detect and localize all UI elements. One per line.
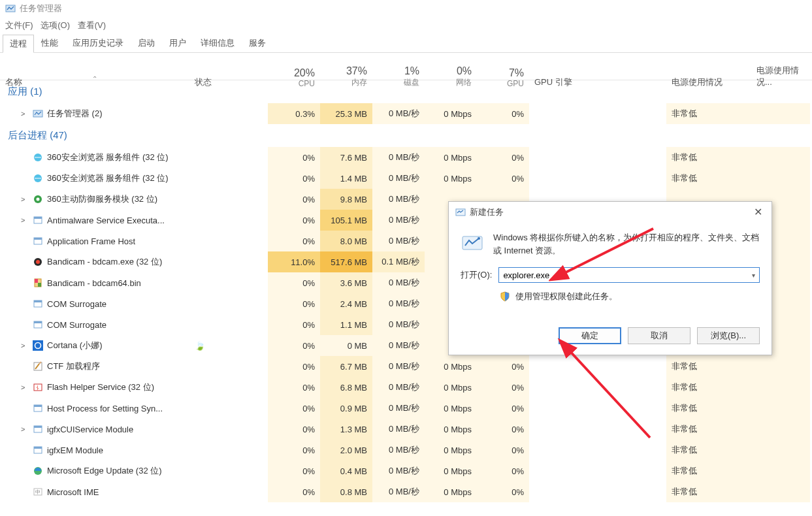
- cpu-cell: 0%: [268, 168, 320, 189]
- col-power-trend[interactable]: 电源使用情况...: [751, 53, 810, 88]
- process-icon: [33, 340, 43, 351]
- process-row[interactable]: igfxEM Module0%2.0 MB0 MB/秒0 Mbps0%非常低: [0, 440, 812, 460]
- col-status[interactable]: 状态: [189, 76, 268, 88]
- status-cell: 🍃: [189, 335, 268, 356]
- disk-cell: 0 MB/秒: [372, 147, 425, 168]
- memory-cell: 2.4 MB: [320, 293, 372, 314]
- cpu-cell: 0%: [268, 210, 320, 231]
- cpu-cell: 0%: [268, 398, 320, 419]
- disk-cell: 0.1 MB/秒: [372, 251, 425, 272]
- tab-6[interactable]: 服务: [242, 34, 273, 52]
- process-row[interactable]: 中Microsoft IME0%0.8 MB0 MB/秒0 Mbps0%非常低: [0, 481, 812, 502]
- gpu-cell: 0%: [477, 460, 529, 481]
- col-gpu-engine[interactable]: GPU 引擎: [529, 65, 666, 88]
- power-trend-cell: [751, 103, 810, 124]
- gpu-cell: 0%: [477, 147, 529, 168]
- cpu-cell: 0%: [268, 272, 320, 293]
- power-trend-cell: [751, 168, 810, 189]
- tab-4[interactable]: 用户: [162, 34, 193, 52]
- group-background[interactable]: 后台进程 (47): [0, 124, 812, 147]
- expander-icon[interactable]: >: [21, 216, 29, 224]
- menu-options[interactable]: 选项(O): [41, 20, 70, 30]
- disk-cell: 0 MB/秒: [372, 189, 425, 210]
- process-row[interactable]: Host Process for Setting Syn...0%0.9 MB0…: [0, 398, 812, 419]
- memory-cell: 0.8 MB: [320, 481, 372, 502]
- gpu-engine-cell: [529, 147, 666, 168]
- process-row[interactable]: 360安全浏览器 服务组件 (32 位)0%1.4 MB0 MB/秒0 Mbps…: [0, 168, 812, 189]
- tabbar: 进程性能应用历史记录启动用户详细信息服务: [0, 34, 812, 53]
- power-cell: 非常低: [666, 356, 751, 377]
- task-manager-app-icon: [5, 3, 16, 14]
- memory-cell: 105.1 MB: [320, 210, 372, 231]
- svg-line-35: [562, 229, 653, 274]
- annotation-arrow-1: [549, 222, 666, 300]
- column-headers: ⌃ 名称 状态 20%CPU 37%内存 1%磁盘 0%网络 7%GPU GPU…: [0, 53, 812, 80]
- annotation-arrow-2: [552, 333, 670, 451]
- process-row[interactable]: CTF 加载程序0%6.7 MB0 MB/秒0 Mbps0%非常低: [0, 356, 812, 377]
- disk-cell: 0 MB/秒: [372, 231, 425, 251]
- memory-cell: 1.1 MB: [320, 314, 372, 335]
- menu-view[interactable]: 查看(V): [78, 20, 106, 30]
- dropdown-icon[interactable]: ▾: [752, 272, 755, 279]
- dialog-title-text: 新建任务: [470, 206, 504, 218]
- process-name: 360安全浏览器 服务组件 (32 位): [47, 152, 169, 163]
- expander-icon[interactable]: >: [21, 342, 29, 349]
- process-row[interactable]: >igfxCUIService Module0%1.3 MB0 MB/秒0 Mb…: [0, 419, 812, 440]
- disk-cell: 0 MB/秒: [372, 210, 425, 231]
- process-row[interactable]: >任务管理器 (2)0.3%25.3 MB0 MB/秒0 Mbps0%非常低: [0, 103, 812, 124]
- dialog-close-icon[interactable]: ✕: [751, 206, 765, 218]
- disk-cell: 0 MB/秒: [372, 377, 425, 398]
- process-name: Bandicam - bdcam.exe (32 位): [47, 256, 162, 268]
- process-row[interactable]: Microsoft Edge Update (32 位)0%0.4 MB0 MB…: [0, 460, 812, 481]
- tab-2[interactable]: 应用历史记录: [65, 34, 131, 52]
- expander-icon[interactable]: >: [21, 383, 29, 391]
- col-gpu[interactable]: 7%GPU: [477, 67, 529, 88]
- col-network[interactable]: 0%网络: [425, 65, 477, 88]
- tab-3[interactable]: 启动: [131, 34, 162, 52]
- process-icon: [33, 445, 43, 455]
- power-cell: 非常低: [666, 103, 751, 124]
- col-power[interactable]: 电源使用情况: [666, 65, 751, 88]
- network-cell: 0 Mbps: [425, 168, 477, 189]
- tab-0[interactable]: 进程: [3, 35, 34, 53]
- svg-rect-14: [38, 283, 41, 287]
- col-name[interactable]: ⌃ 名称: [0, 76, 189, 88]
- dialog-titlebar[interactable]: 新建任务 ✕: [449, 202, 771, 222]
- cpu-cell: 0%: [268, 293, 320, 314]
- tab-1[interactable]: 性能: [34, 34, 65, 52]
- network-cell: 0 Mbps: [425, 398, 477, 419]
- status-cell: [189, 231, 268, 251]
- gpu-engine-cell: [529, 103, 666, 124]
- svg-rect-16: [34, 300, 42, 302]
- menu-file[interactable]: 文件(F): [5, 20, 33, 30]
- process-name: Antimalware Service Executa...: [47, 216, 165, 225]
- browse-button[interactable]: 浏览(B)...: [697, 327, 760, 344]
- col-disk[interactable]: 1%磁盘: [372, 65, 425, 88]
- col-cpu[interactable]: 20%CPU: [268, 67, 320, 88]
- power-cell: 非常低: [666, 168, 751, 189]
- process-row[interactable]: >Flash Helper Service (32 位)0%6.8 MB0 MB…: [0, 377, 812, 398]
- expander-icon[interactable]: >: [21, 110, 29, 118]
- expander-icon[interactable]: >: [21, 195, 29, 203]
- power-cell: 非常低: [666, 440, 751, 460]
- cpu-cell: 0%: [268, 231, 320, 251]
- memory-cell: 9.8 MB: [320, 189, 372, 210]
- svg-rect-28: [34, 447, 42, 449]
- col-memory[interactable]: 37%内存: [320, 65, 372, 88]
- status-cell: [189, 272, 268, 293]
- status-cell: [189, 251, 268, 272]
- power-trend-cell: [751, 460, 810, 481]
- disk-cell: 0 MB/秒: [372, 460, 425, 481]
- process-row[interactable]: 360安全浏览器 服务组件 (32 位)0%7.6 MB0 MB/秒0 Mbps…: [0, 147, 812, 168]
- window-title: 任务管理器: [20, 3, 62, 14]
- disk-cell: 0 MB/秒: [372, 293, 425, 314]
- process-name: Microsoft IME: [47, 487, 99, 497]
- expander-icon[interactable]: >: [21, 425, 29, 433]
- memory-cell: 1.4 MB: [320, 168, 372, 189]
- disk-cell: 0 MB/秒: [372, 168, 425, 189]
- svg-rect-19: [33, 340, 43, 351]
- tab-5[interactable]: 详细信息: [193, 34, 242, 52]
- cpu-cell: 0%: [268, 440, 320, 460]
- process-icon: [33, 236, 43, 246]
- process-icon: [33, 257, 43, 267]
